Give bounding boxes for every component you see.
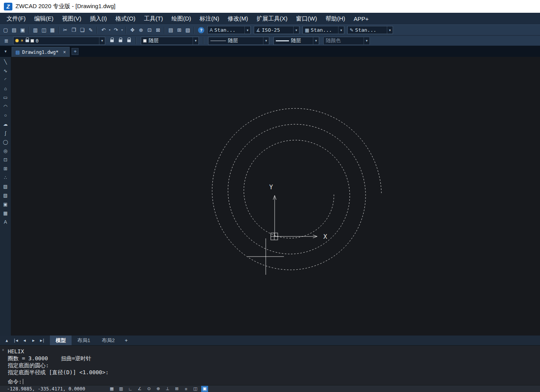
otrack-toggle-icon[interactable]: ⊕ [155, 386, 162, 392]
save-file-icon[interactable]: ▣ [19, 26, 27, 34]
design-center-icon[interactable]: ⊞ [175, 26, 183, 34]
layer-lock-tool-icon[interactable] [108, 37, 116, 45]
toolbar-separator[interactable] [58, 27, 59, 34]
cut-icon[interactable]: ✂ [61, 26, 69, 34]
polar-tracking-icon[interactable]: ∠ [136, 386, 143, 392]
snap-toggle-icon[interactable]: ▦ [108, 386, 115, 392]
close-tab-icon[interactable]: × [61, 50, 66, 55]
dyn-input-icon[interactable]: ⊞ [173, 386, 180, 392]
layer-isolate-tool-icon[interactable] [125, 37, 133, 45]
open-file-icon[interactable]: ▤ [10, 26, 18, 34]
donut-tool-icon[interactable]: ◎ [1, 147, 10, 155]
chevron-down-icon[interactable]: ▾ [263, 37, 269, 45]
chevron-down-icon[interactable]: ▾ [364, 37, 369, 45]
zoom-realtime-icon[interactable]: ⊕ [137, 26, 145, 34]
mtext-tool-icon[interactable]: A [1, 218, 10, 226]
menu-dimension[interactable]: 标注(N) [195, 13, 224, 24]
expand-tabs-icon[interactable]: ▲ [2, 338, 11, 342]
document-tab-drawing1[interactable]: ▤ Drawing1.dwg* × [12, 47, 70, 57]
color-select[interactable]: 随层 ▾ [141, 37, 199, 45]
pan-icon[interactable]: ✥ [128, 26, 137, 34]
plotstyle-select[interactable]: 随颜色 ▾ [323, 37, 370, 45]
new-file-icon[interactable]: ▢ [2, 26, 10, 34]
layer-manager-icon[interactable]: ≣ [2, 37, 10, 45]
menu-view[interactable]: 视图(V) [58, 13, 85, 24]
toolbar-separator[interactable] [164, 27, 165, 34]
last-tab-icon[interactable]: ▶| [38, 338, 47, 342]
publish-icon[interactable]: ▦ [48, 26, 56, 34]
tab-layout2[interactable]: 布局2 [96, 336, 120, 345]
properties-palette-icon[interactable]: ▤ [167, 26, 175, 34]
chevron-down-icon[interactable]: ▾ [193, 37, 198, 45]
lineweight-select[interactable]: 随层 ▾ [273, 37, 319, 45]
command-prompt-row[interactable]: 命令: [8, 378, 540, 385]
zoom-previous-icon[interactable]: ⊠ [154, 26, 162, 34]
menu-express-tools[interactable]: 扩展工具(X) [252, 13, 292, 24]
undo-icon[interactable]: ↶ [99, 26, 108, 34]
point-tool-icon[interactable]: ∴ [1, 173, 10, 181]
polygon-tool-icon[interactable]: ⌂ [1, 84, 10, 92]
paste-icon[interactable]: ❏ [78, 26, 86, 34]
dim-style-select[interactable]: ∡ ISO-25 ▾ [254, 26, 299, 34]
menu-draw[interactable]: 绘图(D) [167, 13, 195, 24]
command-window[interactable]: × HELIX圈数 = 3.0000 扭曲=逆时针指定底面的圆心:指定底面半径或… [0, 345, 540, 385]
region-tool-icon[interactable]: ▣ [1, 200, 10, 208]
tab-list-dropdown-icon[interactable]: ▼ [2, 50, 10, 53]
help-icon[interactable]: ? [198, 27, 204, 33]
tab-model[interactable]: 模型 [50, 336, 72, 345]
model-space-canvas[interactable]: YX [11, 57, 540, 336]
chevron-down-icon[interactable]: ▾ [99, 37, 105, 45]
circle-tool-icon[interactable]: ○ [1, 111, 10, 119]
menu-window[interactable]: 窗口(W) [292, 13, 321, 24]
linetype-select[interactable]: 随层 ▾ [208, 37, 269, 45]
menu-modify[interactable]: 修改(M) [224, 13, 253, 24]
grid-toggle-icon[interactable]: ▥ [118, 386, 125, 392]
menu-help[interactable]: 帮助(H) [321, 13, 349, 24]
chevron-down-icon[interactable]: ▾ [338, 26, 344, 34]
ellipse-tool-icon[interactable]: ◯ [1, 138, 10, 146]
chevron-down-icon[interactable]: ▾ [244, 26, 250, 34]
redo-dropdown-arrow-icon[interactable]: ▾ [120, 26, 124, 34]
spline-tool-icon[interactable]: ʃ [1, 129, 10, 137]
first-tab-icon[interactable]: |◀ [11, 338, 20, 342]
menu-format[interactable]: 格式(O) [111, 13, 140, 24]
toolbar-separator[interactable] [194, 27, 195, 34]
layer-unlock-tool-icon[interactable] [116, 37, 125, 45]
tab-layout1[interactable]: 布局1 [72, 336, 96, 345]
rectangle-tool-icon[interactable]: ▭ [1, 93, 10, 101]
toolbar-separator[interactable] [97, 27, 97, 34]
new-drawing-button[interactable]: + [72, 48, 79, 55]
transparency-toggle-icon[interactable]: ◫ [192, 386, 199, 392]
match-properties-icon[interactable]: ✎ [87, 26, 95, 34]
ellipse-arc-tool-icon[interactable]: ◠ [1, 102, 10, 110]
dyn-ucs-icon[interactable]: ⊥ [164, 386, 171, 392]
gradient-tool-icon[interactable]: ▧ [1, 191, 10, 199]
plot-preview-icon[interactable]: ◫ [40, 26, 48, 34]
layer-select[interactable]: ☀ 0 ▾ [13, 37, 105, 45]
toolbar-separator[interactable] [126, 27, 126, 34]
hatch-tool-icon[interactable]: ▨ [1, 182, 10, 190]
ortho-toggle-icon[interactable]: ∟ [127, 386, 134, 392]
table-tool-icon[interactable]: ▦ [1, 209, 10, 217]
menu-file[interactable]: 文件(F) [2, 13, 30, 24]
mleader-style-select[interactable]: ✎ Stan... ▾ [347, 26, 393, 34]
line-tool-icon[interactable]: ╲ [1, 58, 10, 66]
menu-tools[interactable]: 工具(T) [140, 13, 167, 24]
polyline-tool-icon[interactable]: ∿ [1, 67, 10, 75]
menu-edit[interactable]: 编辑(E) [30, 13, 58, 24]
table-style-select[interactable]: ▦ Stan... ▾ [302, 26, 344, 34]
close-command-window-icon[interactable]: × [2, 348, 4, 352]
tool-palettes-icon[interactable]: ▧ [184, 26, 192, 34]
revision-cloud-tool-icon[interactable]: ☁ [1, 120, 10, 128]
make-block-tool-icon[interactable]: ⊞ [1, 164, 10, 173]
menu-app-plus[interactable]: APP+ [349, 13, 373, 24]
osnap-toggle-icon[interactable]: ⊙ [145, 386, 152, 392]
toolbar-separator[interactable] [29, 27, 29, 34]
next-tab-icon[interactable]: ▶ [29, 338, 38, 342]
zoom-window-icon[interactable]: ⊡ [145, 26, 154, 34]
undo-dropdown-arrow-icon[interactable]: ▾ [108, 26, 111, 34]
plot-icon[interactable]: ▥ [31, 26, 39, 34]
tab-new-layout[interactable]: + [120, 336, 132, 345]
lineweight-toggle-icon[interactable]: ≡ [183, 386, 190, 392]
annotation-scale-icon[interactable]: ▣ [201, 386, 208, 392]
